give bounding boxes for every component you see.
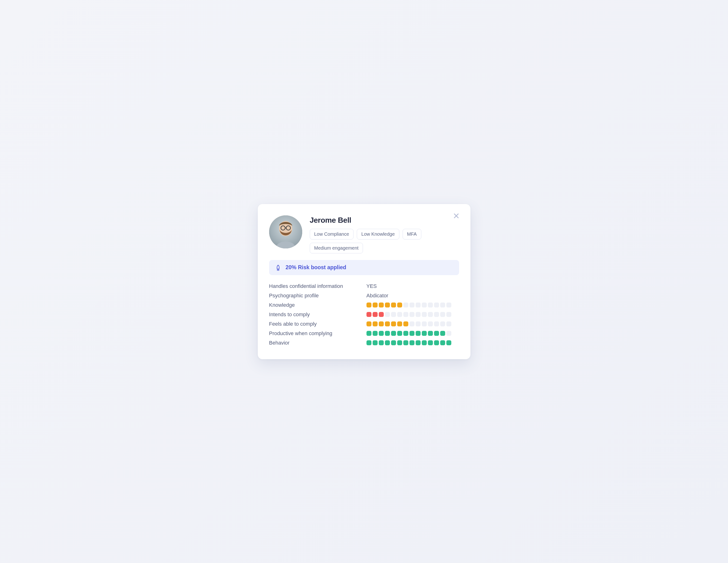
attribute-row: Intends to comply — [269, 311, 459, 317]
attribute-bar — [366, 321, 459, 326]
attribute-label: Feels able to comply — [269, 321, 362, 327]
attribute-row: Feels able to comply — [269, 321, 459, 327]
bar-segment — [409, 312, 414, 317]
attribute-row: Knowledge — [269, 302, 459, 308]
tag: Low Compliance — [310, 229, 354, 240]
bar-segment — [428, 312, 433, 317]
bar-segment — [446, 331, 451, 336]
bar-segment — [422, 340, 427, 345]
bar-segment — [434, 331, 439, 336]
bar-segment — [385, 312, 390, 317]
profile-card: Jerome Bell Low Compliance Low Knowledge… — [258, 204, 470, 359]
attribute-row: Behavior — [269, 340, 459, 346]
bar-segment — [403, 340, 408, 345]
bar-segment — [434, 340, 439, 345]
bar-segment — [391, 331, 396, 336]
bar-segment — [397, 340, 402, 345]
bar-segment — [409, 321, 414, 326]
bar-segment — [366, 340, 371, 345]
bar-segment — [440, 312, 445, 317]
bar-segment — [385, 331, 390, 336]
bar-segment — [440, 321, 445, 326]
bar-segment — [366, 312, 371, 317]
bar-segment — [379, 312, 384, 317]
bar-segment — [416, 312, 421, 317]
bar-segment — [416, 340, 421, 345]
attribute-label: Productive when complying — [269, 330, 362, 336]
bar-segment — [403, 312, 408, 317]
bar-segment — [379, 321, 384, 326]
bar-segment — [440, 331, 445, 336]
attribute-bar — [366, 331, 459, 336]
bar-segment — [422, 302, 427, 307]
bar-segment — [403, 331, 408, 336]
bar-segment — [428, 331, 433, 336]
bar-segment — [416, 302, 421, 307]
bar-segment — [397, 331, 402, 336]
attribute-label: Behavior — [269, 340, 362, 346]
close-button[interactable] — [452, 212, 461, 221]
profile-header-main: Jerome Bell Low Compliance Low Knowledge… — [310, 216, 459, 254]
attribute-label: Knowledge — [269, 302, 362, 308]
bar-segment — [385, 302, 390, 307]
bar-segment — [397, 302, 402, 307]
attribute-label: Psychographic profile — [269, 292, 362, 299]
attribute-row: Productive when complying — [269, 330, 459, 336]
bar-segment — [440, 302, 445, 307]
bar-segment — [373, 321, 378, 326]
attribute-bar — [366, 340, 459, 345]
bar-segment — [428, 321, 433, 326]
close-icon — [453, 213, 460, 220]
bar-segment — [391, 340, 396, 345]
bar-segment — [391, 321, 396, 326]
attribute-bar — [366, 312, 459, 317]
attribute-row: Psychographic profileAbdicator — [269, 292, 459, 299]
bar-segment — [434, 321, 439, 326]
bar-segment — [422, 312, 427, 317]
bar-segment — [373, 331, 378, 336]
bar-segment — [409, 302, 414, 307]
rocket-icon — [275, 264, 281, 271]
bar-segment — [385, 321, 390, 326]
bar-segment — [391, 312, 396, 317]
bar-segment — [428, 340, 433, 345]
bar-segment — [373, 312, 378, 317]
bar-segment — [440, 340, 445, 345]
attribute-bar — [366, 302, 459, 307]
attribute-row: Handles confidential informationYES — [269, 283, 459, 289]
bar-segment — [397, 312, 402, 317]
risk-boost-text: 20% Risk boost applied — [286, 264, 346, 271]
attribute-value: Abdicator — [366, 292, 459, 299]
bar-segment — [391, 302, 396, 307]
attribute-label: Handles confidential information — [269, 283, 362, 289]
risk-boost-banner: 20% Risk boost applied — [269, 260, 459, 275]
bar-segment — [385, 340, 390, 345]
bar-segment — [422, 331, 427, 336]
bar-segment — [379, 340, 384, 345]
bar-segment — [446, 340, 451, 345]
bar-segment — [379, 331, 384, 336]
tag: Low Knowledge — [357, 229, 399, 240]
bar-segment — [366, 302, 371, 307]
bar-segment — [416, 321, 421, 326]
bar-segment — [409, 340, 414, 345]
bar-segment — [379, 302, 384, 307]
bar-segment — [373, 302, 378, 307]
profile-header: Jerome Bell Low Compliance Low Knowledge… — [269, 216, 459, 254]
bar-segment — [397, 321, 402, 326]
bar-segment — [403, 302, 408, 307]
bar-segment — [434, 302, 439, 307]
profile-name: Jerome Bell — [310, 216, 459, 225]
bar-segment — [366, 321, 371, 326]
bar-segment — [409, 331, 414, 336]
profile-tags: Low Compliance Low Knowledge MFA Medium … — [310, 229, 459, 254]
bar-segment — [366, 331, 371, 336]
bar-segment — [446, 302, 451, 307]
tag: MFA — [403, 229, 421, 240]
avatar — [269, 216, 302, 249]
bar-segment — [428, 302, 433, 307]
attribute-value: YES — [366, 283, 459, 289]
attribute-label: Intends to comply — [269, 311, 362, 317]
tag: Medium engagement — [310, 243, 363, 254]
attribute-rows: Handles confidential informationYESPsych… — [269, 283, 459, 346]
